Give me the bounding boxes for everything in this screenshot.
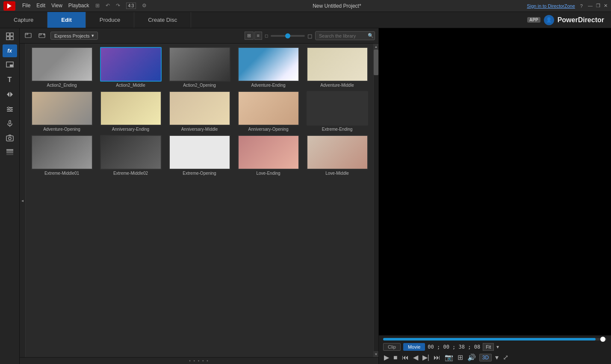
play-button[interactable]: ▶ bbox=[383, 353, 390, 361]
panel-collapse-button[interactable]: ◂ bbox=[20, 44, 26, 357]
media-label-extreme-middle01: Extreme-Middle01 bbox=[44, 171, 79, 176]
menu-file[interactable]: File bbox=[22, 3, 30, 9]
media-thumb-anniversary-ending bbox=[100, 91, 162, 126]
media-item-extreme-opening[interactable]: Extreme-Opening bbox=[167, 135, 232, 176]
sidebar-voice-icon[interactable] bbox=[3, 117, 17, 130]
minimize-button[interactable]: — bbox=[588, 3, 593, 9]
sidebar-snapshot-icon[interactable] bbox=[3, 132, 17, 144]
svg-rect-3 bbox=[10, 33, 13, 36]
media-label-action2-middle: Action2_Middle bbox=[116, 83, 145, 88]
scroll-down-button[interactable]: ▼ bbox=[374, 351, 378, 357]
scroll-thumb[interactable] bbox=[374, 50, 378, 75]
sidebar-pip-icon[interactable] bbox=[3, 59, 17, 72]
search-input[interactable] bbox=[319, 33, 366, 38]
svg-rect-7 bbox=[10, 65, 13, 67]
step-forward-button[interactable]: ▶| bbox=[422, 353, 430, 361]
media-label-anniversary-opening: Anniversary-Opening bbox=[248, 127, 289, 132]
snapshot-button[interactable]: 📷 bbox=[444, 353, 454, 361]
sidebar-audio-fx-icon[interactable] bbox=[3, 103, 17, 115]
app-logo bbox=[3, 1, 15, 11]
movie-mode-button[interactable]: Movie bbox=[403, 343, 425, 351]
settings-icon[interactable]: ⚙ bbox=[142, 3, 147, 9]
size-slider-container: ◻ ◻ bbox=[265, 32, 313, 39]
media-thumb-extreme-middle01 bbox=[31, 135, 93, 170]
media-item-love-ending[interactable]: Love-Ending bbox=[236, 135, 301, 176]
stop-button[interactable]: ■ bbox=[393, 354, 398, 361]
view-toggle: ⊞ ≡ bbox=[245, 32, 262, 40]
media-item-action2-middle[interactable]: Action2_Middle bbox=[98, 47, 163, 88]
fit-select[interactable]: Fit bbox=[483, 343, 494, 351]
list-view-button[interactable]: ≡ bbox=[254, 32, 262, 40]
undo-icon[interactable]: ↶ bbox=[106, 3, 110, 9]
help-button[interactable]: ? bbox=[580, 3, 583, 9]
back-folder-button[interactable] bbox=[23, 31, 33, 41]
main-area: fx T Express Proje bbox=[0, 28, 611, 364]
resolution-badge: 4:3 bbox=[126, 3, 136, 9]
media-item-anniversary-middle[interactable]: Anniversary-Middle bbox=[167, 91, 232, 132]
sidebar-color-icon[interactable] bbox=[3, 146, 17, 159]
restore-button[interactable]: ❐ bbox=[596, 3, 600, 9]
svg-point-11 bbox=[8, 107, 9, 109]
media-item-adventure-ending[interactable]: Adventure-Ending bbox=[236, 47, 301, 88]
size-slider[interactable] bbox=[271, 35, 305, 37]
menu-view[interactable]: View bbox=[51, 3, 62, 9]
3d-button[interactable]: 3D bbox=[479, 354, 492, 361]
close-button[interactable]: ✕ bbox=[604, 3, 608, 9]
search-icon: 🔍 bbox=[368, 33, 374, 38]
svg-rect-5 bbox=[10, 37, 13, 40]
clip-mode-button[interactable]: Clip bbox=[383, 343, 401, 351]
media-item-action2-opening[interactable]: Action2_Opening bbox=[167, 47, 232, 88]
media-item-adventure-middle[interactable]: Adventure-Middle bbox=[304, 47, 370, 88]
media-item-anniversary-opening[interactable]: Anniversary-Opening bbox=[236, 91, 301, 132]
media-label-extreme-ending: Extreme-Ending bbox=[322, 127, 353, 132]
scroll-up-button[interactable]: ▲ bbox=[374, 44, 378, 50]
seek-fill bbox=[383, 338, 596, 341]
media-item-extreme-middle02[interactable]: Extreme-Middle02 bbox=[98, 135, 163, 176]
more-options-button[interactable]: ▾ bbox=[494, 353, 499, 361]
express-projects-dropdown[interactable]: Express Projects ▾ bbox=[50, 32, 98, 40]
media-item-anniversary-ending[interactable]: Anniversary-Ending bbox=[98, 91, 163, 132]
media-item-love-middle[interactable]: Love-Middle bbox=[304, 135, 370, 176]
preview-buttons: ▶ ■ ⏮ ◀ ▶| ⏭ 📷 ⊞ 🔊 3D ▾ ⤢ bbox=[383, 353, 607, 361]
redo-icon[interactable]: ↷ bbox=[116, 3, 120, 9]
media-thumb-adventure-opening bbox=[31, 91, 93, 126]
media-item-adventure-opening[interactable]: Adventure-Opening bbox=[29, 91, 94, 132]
media-label-action2-opening: Action2_Opening bbox=[183, 83, 216, 88]
produce-button[interactable]: Produce bbox=[86, 12, 134, 28]
menu-edit[interactable]: Edit bbox=[36, 3, 45, 9]
step-back-button[interactable]: ◀ bbox=[412, 353, 419, 361]
capture-button[interactable]: Capture bbox=[0, 12, 47, 28]
media-thumb-love-ending bbox=[238, 135, 299, 170]
magic-button[interactable]: ⊞ bbox=[457, 353, 464, 361]
edit-button[interactable]: Edit bbox=[47, 12, 86, 28]
app-badge: APP bbox=[527, 17, 540, 23]
sidebar-text-icon[interactable]: T bbox=[3, 73, 17, 86]
media-label-adventure-middle: Adventure-Middle bbox=[320, 83, 354, 88]
open-folder-button[interactable] bbox=[37, 31, 47, 41]
create-disc-button[interactable]: Create Disc bbox=[134, 12, 191, 28]
media-grid: Action2_EndingAction2_MiddleAction2_Open… bbox=[26, 44, 373, 357]
media-thumb-adventure-middle bbox=[307, 47, 368, 82]
next-frame-button[interactable]: ⏭ bbox=[433, 354, 441, 361]
volume-button[interactable]: 🔊 bbox=[466, 353, 477, 361]
sidebar-library-icon[interactable] bbox=[3, 30, 17, 43]
media-item-extreme-middle01[interactable]: Extreme-Middle01 bbox=[29, 135, 94, 176]
preview-seekbar[interactable] bbox=[383, 338, 607, 341]
media-thumb-anniversary-middle bbox=[169, 91, 230, 126]
menu-playback[interactable]: Playback bbox=[68, 3, 89, 9]
seek-thumb[interactable] bbox=[600, 337, 605, 342]
grid-view-button[interactable]: ⊞ bbox=[245, 32, 254, 40]
signin-link[interactable]: Sign in to DirectorZone bbox=[527, 3, 575, 9]
media-content: ◂ Action2_EndingAction2_MiddleAction2_Op… bbox=[20, 44, 378, 357]
fullscreen-button[interactable]: ⤢ bbox=[502, 353, 509, 361]
sidebar-fx-icon[interactable]: fx bbox=[3, 44, 17, 57]
sidebar-transition-icon[interactable] bbox=[3, 88, 17, 101]
media-item-action2-ending[interactable]: Action2_Ending bbox=[29, 47, 94, 88]
svg-rect-13 bbox=[9, 120, 11, 124]
user-avatar[interactable]: 👤 bbox=[544, 15, 554, 25]
media-item-extreme-ending[interactable]: Extreme-Ending bbox=[304, 91, 370, 132]
prev-frame-button[interactable]: ⏮ bbox=[401, 354, 410, 361]
media-label-action2-ending: Action2_Ending bbox=[47, 83, 77, 88]
media-thumb-anniversary-opening bbox=[238, 91, 299, 126]
fit-dropdown-icon[interactable]: ▾ bbox=[496, 344, 499, 350]
